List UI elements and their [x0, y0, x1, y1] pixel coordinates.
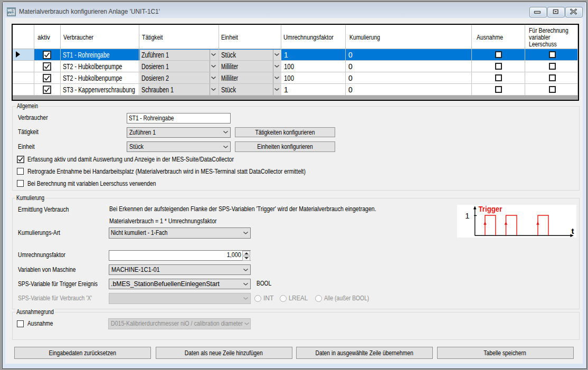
svg-text:t: t	[572, 226, 574, 235]
svg-text:Trigger: Trigger	[479, 205, 503, 213]
svg-text:1: 1	[465, 212, 469, 220]
